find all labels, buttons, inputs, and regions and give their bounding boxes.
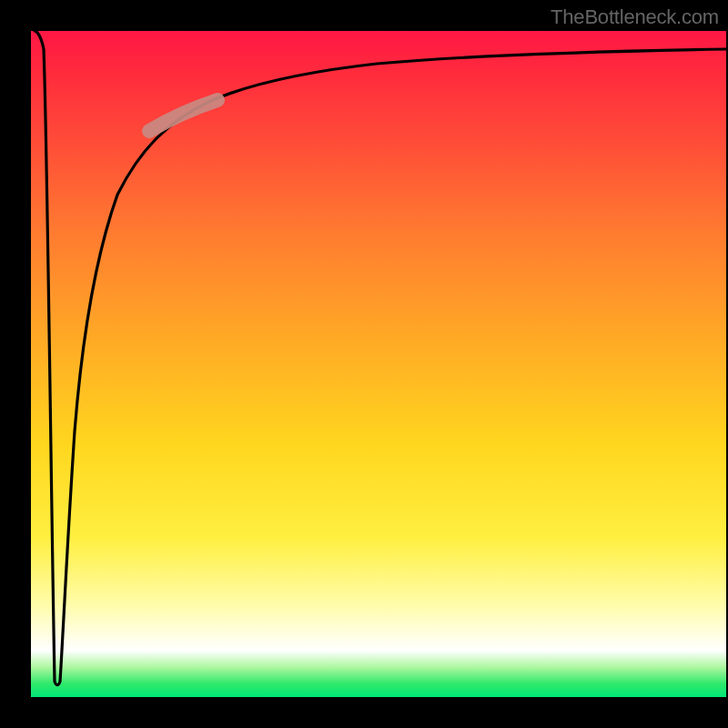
bottleneck-curve-svg (31, 31, 726, 697)
curve-highlight-pill (149, 100, 217, 131)
chart-plot-area (31, 31, 726, 697)
bottleneck-curve-path (35, 31, 726, 685)
watermark-text: TheBottleneck.com (551, 5, 719, 29)
